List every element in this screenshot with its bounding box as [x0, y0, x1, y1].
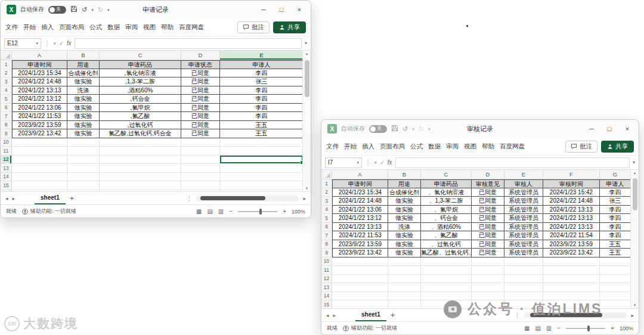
titlebar[interactable]: X 自动保存 关 ↺ ▾ ↻ ▾ 审核记录 ─ □ ×	[321, 120, 639, 138]
cell-F15[interactable]	[543, 300, 600, 308]
cell-G4[interactable]: 李四	[600, 206, 630, 215]
cell-E13[interactable]	[220, 164, 302, 173]
cell-G15[interactable]	[600, 300, 630, 308]
cell-G2[interactable]: 李四	[600, 188, 630, 197]
autosave-toggle[interactable]: 关	[48, 6, 66, 14]
sheet-tab-sheet1[interactable]: sheet1	[355, 309, 386, 321]
cell-E11[interactable]	[504, 266, 543, 275]
cell-C1[interactable]: 申请药品	[100, 60, 181, 69]
cell-C13[interactable]	[100, 164, 181, 173]
save-icon[interactable]	[70, 5, 78, 14]
sheet-nav-left-icon[interactable]: ◂	[5, 196, 8, 201]
row-header-14[interactable]: 14	[321, 292, 332, 301]
zoom-out-icon[interactable]: −	[557, 325, 561, 331]
ribbon-tab-2[interactable]: 插入	[41, 23, 54, 32]
ribbon-tab-7[interactable]: 视图	[464, 142, 476, 151]
ribbon-tab-8[interactable]: 帮助	[161, 23, 174, 32]
row-header-1[interactable]: 1	[321, 179, 332, 188]
cell-A2[interactable]: 2024/1/23 15:34	[12, 69, 67, 78]
cell-E10[interactable]	[220, 138, 302, 147]
cell-E15[interactable]	[220, 181, 302, 190]
row-header-11[interactable]: 11	[321, 266, 332, 275]
zoom-slider[interactable]	[566, 328, 605, 329]
ribbon-tab-9[interactable]: 百度网盘	[500, 142, 525, 151]
row-header-8[interactable]: 8	[1, 121, 12, 130]
cell-D10[interactable]	[472, 258, 504, 266]
formula-bar-expand-icon[interactable]: ▾	[633, 160, 635, 165]
formula-input[interactable]	[75, 38, 302, 49]
select-all-corner[interactable]	[1, 51, 12, 60]
cell-A2[interactable]: 2024/1/23 15:34	[332, 188, 388, 197]
row-header-12[interactable]: 12	[1, 156, 12, 165]
cell-B14[interactable]	[388, 292, 421, 301]
cell-D2[interactable]: 已同意	[472, 188, 504, 197]
cell-C6[interactable]: ,氟甲烷	[100, 104, 181, 113]
cell-G12[interactable]	[600, 275, 630, 284]
cell-E3[interactable]: 张三	[220, 77, 302, 86]
cell-E7[interactable]: 李四	[220, 112, 302, 121]
quick-access-dropdown-icon[interactable]: ▾	[428, 127, 431, 131]
cell-C9[interactable]: 氟乙酸,过氧化钙,钙合金	[100, 129, 181, 138]
cell-D4[interactable]: 已同意	[181, 86, 220, 95]
cell-F7[interactable]: 2024/1/22 11:54	[543, 231, 600, 240]
cell-B11[interactable]	[388, 266, 421, 275]
insert-function-icon[interactable]: fx	[388, 159, 392, 166]
comments-button[interactable]: 批注	[565, 141, 597, 153]
cell-C12[interactable]	[100, 156, 181, 165]
cell-C1[interactable]: 申请药品	[421, 179, 472, 188]
cell-E5[interactable]: 系统管理员	[504, 214, 543, 223]
cell-C8[interactable]: 、过氧化钙	[421, 240, 472, 249]
cell-F6[interactable]: 2024/1/22 13:13	[543, 223, 600, 232]
cell-C7[interactable]: ,氟乙酸	[100, 112, 181, 121]
cell-F9[interactable]: 2023/9/22 13:42	[543, 249, 600, 258]
namebox-dropdown-icon[interactable]: ▾	[357, 160, 359, 165]
autosave-toggle[interactable]: 关	[369, 125, 387, 133]
cell-F1[interactable]: 审核时间	[543, 179, 600, 188]
sheet-nav-right-icon[interactable]: ▸	[333, 312, 336, 318]
cell-A14[interactable]	[12, 173, 67, 182]
row-header-12[interactable]: 12	[321, 275, 332, 284]
cell-E15[interactable]	[504, 300, 543, 308]
sheet-nav-left-icon[interactable]: ◂	[326, 312, 329, 318]
cell-B5[interactable]: 做实验	[67, 95, 100, 104]
cell-D14[interactable]	[472, 292, 504, 301]
row-header-6[interactable]: 6	[1, 104, 12, 113]
cell-B5[interactable]: 做实验	[388, 214, 421, 223]
ribbon-tab-3[interactable]: 页面布局	[380, 142, 405, 151]
column-header-D[interactable]: D	[181, 51, 220, 60]
cell-D14[interactable]	[181, 173, 220, 182]
cell-B7[interactable]: 做实验	[388, 231, 421, 240]
close-button[interactable]: ×	[290, 1, 308, 18]
cell-A12[interactable]	[332, 275, 388, 284]
cell-E13[interactable]	[504, 283, 543, 292]
save-icon[interactable]	[391, 125, 398, 133]
ribbon-tab-5[interactable]: 数据	[428, 142, 441, 151]
ribbon-tab-0[interactable]: 文件	[5, 23, 18, 32]
add-sheet-button[interactable]: +	[391, 311, 395, 320]
titlebar[interactable]: X 自动保存 关 ↺ ▾ ↻ ▾ 申请记录 ─ □ ×	[1, 1, 311, 18]
cell-G14[interactable]	[600, 292, 630, 301]
cell-A3[interactable]: 2024/1/22 14:48	[12, 77, 67, 86]
cell-B8[interactable]: 做实验	[388, 240, 421, 249]
column-header-F[interactable]: F	[543, 170, 600, 179]
cell-C16[interactable]	[100, 190, 181, 192]
row-header-14[interactable]: 14	[1, 173, 12, 182]
row-header-13[interactable]: 13	[1, 164, 12, 173]
cell-E1[interactable]: 申请人	[220, 60, 302, 69]
cell-D12[interactable]	[472, 275, 504, 284]
cell-B14[interactable]	[67, 173, 100, 182]
cell-B2[interactable]: 合成催化剂	[388, 188, 421, 197]
undo-icon[interactable]: ↺	[82, 7, 87, 13]
cell-D4[interactable]: 已同意	[472, 206, 504, 215]
row-header-11[interactable]: 11	[1, 147, 12, 156]
cell-E2[interactable]: 系统管理员	[504, 188, 543, 197]
cell-E10[interactable]	[504, 258, 543, 266]
hscroll-right-icon[interactable]: ▸	[631, 312, 634, 318]
cell-C2[interactable]: ,氯化钠溶液	[100, 69, 181, 78]
quick-access-dropdown-icon[interactable]: ▾	[107, 8, 110, 12]
undo-dropdown-icon[interactable]: ▾	[91, 8, 94, 12]
cell-F11[interactable]	[543, 266, 600, 275]
undo-dropdown-icon[interactable]: ▾	[412, 127, 414, 131]
column-header-B[interactable]: B	[388, 170, 421, 179]
row-header-5[interactable]: 5	[321, 214, 332, 223]
